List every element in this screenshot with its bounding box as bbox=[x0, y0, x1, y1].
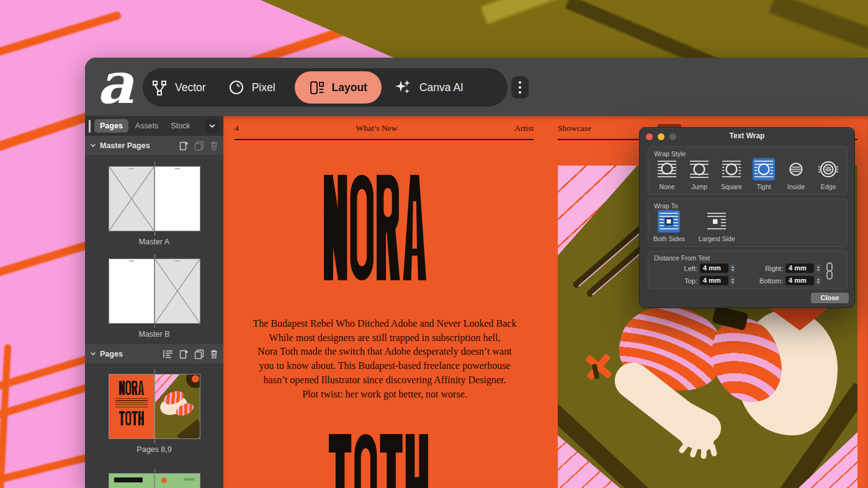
wrap-style-tight-label: Tight bbox=[757, 183, 771, 190]
spread-tick bbox=[154, 254, 155, 258]
nori-piece bbox=[712, 306, 748, 331]
top-stepper[interactable] bbox=[730, 276, 735, 285]
background-streak bbox=[0, 382, 96, 422]
wrap-style-none[interactable]: None bbox=[656, 158, 678, 190]
background-streak bbox=[0, 11, 122, 62]
mini-title-bar bbox=[114, 477, 143, 482]
page-8-thumb bbox=[109, 374, 154, 439]
wrap-style-edge[interactable]: Edge bbox=[817, 158, 839, 190]
dot bbox=[519, 86, 521, 89]
olive-dark-streak bbox=[565, 0, 725, 58]
delete-page-icon[interactable] bbox=[210, 141, 218, 151]
top-field[interactable]: 4 mm bbox=[700, 276, 728, 285]
wrap-style-square[interactable]: Square bbox=[720, 158, 743, 190]
wrap-tight-icon bbox=[753, 159, 774, 180]
tab-pixel-label: Pixel bbox=[252, 81, 275, 94]
body-paragraph: The Budapest Rebel Who Ditched Adobe and… bbox=[248, 317, 521, 401]
duplicate-page-icon[interactable] bbox=[194, 141, 204, 151]
wrap-style-tight[interactable]: Tight bbox=[753, 158, 775, 190]
wrap-style-jump[interactable]: Jump bbox=[688, 158, 710, 190]
right-field[interactable]: 4 mm bbox=[785, 264, 814, 273]
wrap-style-jump-label: Jump bbox=[691, 183, 707, 190]
right-label: Right: bbox=[735, 265, 783, 272]
pages-8-9-thumbnail[interactable] bbox=[109, 374, 200, 439]
dot bbox=[519, 81, 521, 84]
spread-tick bbox=[154, 232, 155, 236]
right-stepper[interactable] bbox=[815, 264, 821, 273]
dialog-title: Text Wrap bbox=[640, 131, 854, 140]
header-right: Artist bbox=[514, 123, 534, 133]
master-pages-header[interactable]: Master Pages bbox=[85, 136, 223, 155]
spread-tick bbox=[154, 162, 155, 166]
bottom-stepper[interactable] bbox=[815, 276, 821, 285]
sidebar-tab-assets[interactable]: Assets bbox=[130, 119, 164, 133]
delete-page-icon[interactable] bbox=[210, 349, 218, 359]
page-9-thumb bbox=[154, 374, 200, 439]
layout-icon bbox=[309, 80, 324, 95]
spread-tick bbox=[154, 469, 155, 472]
mini-paragraph bbox=[115, 398, 148, 407]
master-a-right-page bbox=[154, 166, 200, 231]
next-pages-thumbnail[interactable] bbox=[109, 473, 200, 488]
next-left-page bbox=[109, 473, 154, 488]
pages-header[interactable]: Pages bbox=[85, 344, 223, 363]
add-page-icon[interactable] bbox=[179, 141, 189, 151]
add-page-icon[interactable] bbox=[179, 349, 189, 359]
increment bbox=[732, 266, 734, 268]
sidebar-tab-stock[interactable]: Stock bbox=[165, 119, 195, 133]
master-b-right-page bbox=[154, 259, 200, 324]
spread-tick bbox=[154, 324, 155, 328]
tab-layout[interactable]: Layout bbox=[295, 71, 382, 104]
tab-canva-ai[interactable]: Canva AI bbox=[393, 78, 463, 97]
apply-master-icon[interactable] bbox=[163, 349, 174, 359]
wrap-to-group: Wrap To Both Sides Largest Side bbox=[648, 198, 848, 247]
master-a-thumbnail[interactable] bbox=[109, 166, 200, 231]
wrap-to-options: Both Sides Largest Side bbox=[653, 210, 735, 242]
increment bbox=[817, 266, 820, 268]
next-right-page bbox=[154, 473, 200, 488]
panel-collapse-button[interactable] bbox=[205, 119, 219, 133]
decrement bbox=[817, 269, 820, 271]
more-options-button[interactable] bbox=[511, 76, 529, 99]
wrap-style-options: None Jump Square bbox=[648, 158, 847, 190]
vector-icon bbox=[151, 79, 168, 95]
sidebar-tab-pages[interactable]: Pages bbox=[94, 119, 128, 133]
spread-tick bbox=[154, 440, 155, 443]
pages-list: Pages 8,9 bbox=[85, 363, 223, 488]
header-center: What’s New bbox=[356, 123, 397, 133]
link-values-icon[interactable] bbox=[825, 262, 834, 280]
distance-label: Distance From Text bbox=[654, 254, 710, 262]
mini-toth bbox=[109, 411, 154, 425]
distance-row-1: Left: 4 mm Right: 4 mm bbox=[648, 264, 848, 273]
mini-nora-word bbox=[119, 381, 144, 395]
wrap-style-inside[interactable]: Inside bbox=[785, 158, 807, 190]
master-b-thumbnail[interactable] bbox=[109, 259, 200, 324]
finger bbox=[709, 443, 718, 457]
affinity-logo[interactable]: a bbox=[97, 60, 132, 106]
decrement bbox=[732, 282, 734, 283]
largest-side-icon bbox=[706, 211, 727, 232]
folio-number: 4 bbox=[235, 123, 239, 133]
left-field[interactable]: 4 mm bbox=[700, 264, 728, 273]
master-a-left-page bbox=[109, 166, 154, 231]
distance-row-2: Top: 4 mm Bottom: 4 mm bbox=[648, 276, 848, 285]
mini-dot bbox=[161, 477, 167, 483]
wrap-to-both-sides[interactable]: Both Sides bbox=[653, 210, 685, 242]
mini-bar bbox=[184, 478, 195, 481]
page-mark bbox=[175, 260, 180, 262]
left-page-header: 4 What’s New Artist bbox=[235, 123, 534, 133]
close-button[interactable]: Close bbox=[811, 293, 849, 303]
tab-vector[interactable]: Vector bbox=[151, 79, 206, 95]
wrap-edge-icon bbox=[818, 159, 839, 180]
wrap-to-label: Wrap To bbox=[654, 202, 678, 210]
master-b-label: Master B bbox=[85, 330, 223, 339]
wrap-inside-icon bbox=[785, 159, 807, 180]
wrap-to-largest-side[interactable]: Largest Side bbox=[699, 210, 735, 242]
bottom-field[interactable]: 4 mm bbox=[785, 276, 814, 285]
duplicate-page-icon[interactable] bbox=[194, 349, 204, 359]
tab-layout-label: Layout bbox=[332, 81, 367, 94]
tab-pixel[interactable]: Pixel bbox=[228, 79, 275, 95]
left-stepper[interactable] bbox=[730, 264, 735, 273]
sidebar-tab-bar: Pages Assets Stock bbox=[85, 116, 223, 136]
olive-dark-streak bbox=[769, 0, 868, 58]
